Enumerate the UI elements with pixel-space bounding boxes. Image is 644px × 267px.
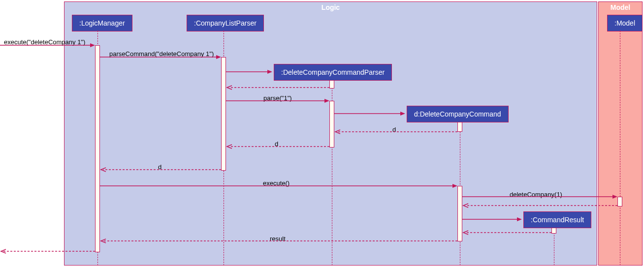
participant-command-result: :CommandResult: [523, 211, 591, 228]
msg-result: result: [270, 235, 286, 242]
model-title: Model: [611, 3, 630, 11]
msg-d3: d: [158, 163, 161, 171]
participant-logic-manager: :LogicManager: [72, 15, 132, 31]
msg-d2: d: [275, 140, 278, 148]
msg-parse-command: parseCommand("deleteCompany 1"): [109, 50, 214, 58]
participant-company-list-parser: :CompanyListParser: [187, 15, 264, 31]
msg-execute-in: execute("deleteCompany 1"): [4, 38, 85, 46]
msg-d1: d: [392, 126, 396, 133]
msg-delete-company: deleteCompany(1): [510, 191, 562, 198]
activation-delete-parser-a: [329, 80, 334, 89]
participant-model: :Model: [607, 15, 643, 31]
activation-logic-manager: [95, 45, 100, 252]
activation-model: [617, 197, 622, 207]
msg-parse: parse("1"): [263, 94, 292, 102]
participant-delete-company-command-parser: :DeleteCompanyCommandParser: [274, 64, 392, 81]
activation-delete-command-b: [457, 186, 462, 241]
msg-execute: execute(): [263, 179, 290, 187]
model-container: Model: [598, 1, 643, 266]
lifeline-model: [620, 30, 620, 266]
activation-delete-parser-b: [329, 101, 334, 148]
activation-command-result: [551, 228, 556, 234]
participant-delete-company-command: d:DeleteCompanyCommand: [407, 106, 509, 122]
activation-delete-command-a: [457, 122, 462, 132]
logic-title: Logic: [322, 3, 340, 11]
activation-company-list-parser: [221, 57, 226, 171]
